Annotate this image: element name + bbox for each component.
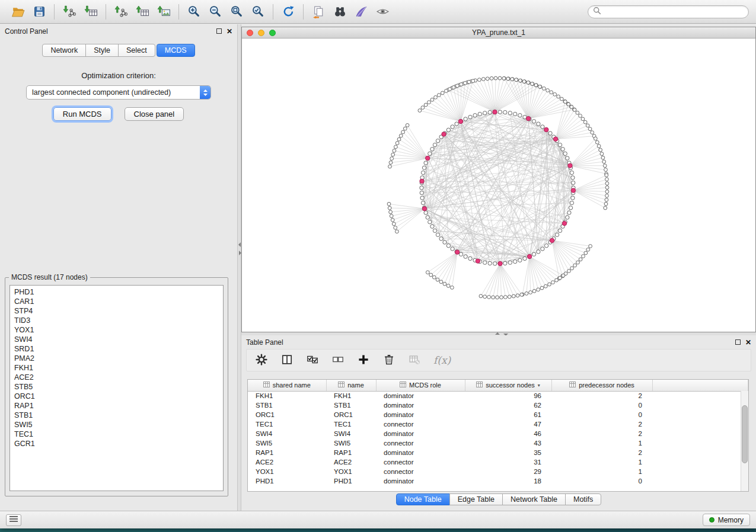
network-canvas[interactable] <box>242 39 755 332</box>
window-maximize-icon[interactable] <box>269 30 276 36</box>
tab-network[interactable]: Network <box>42 44 86 57</box>
table-row[interactable]: RAP1RAP1dominator352 <box>248 448 748 457</box>
collapse-up-icon[interactable] <box>495 330 500 335</box>
control-panel-header: Control Panel ✕ <box>0 24 237 37</box>
import-network-button[interactable] <box>59 2 80 21</box>
window-minimize-icon[interactable] <box>258 30 264 36</box>
search-input[interactable] <box>604 8 744 16</box>
result-node-item[interactable]: SWI5 <box>14 420 219 430</box>
zoom-in-button[interactable] <box>183 2 205 21</box>
column-label: predecessor nodes <box>579 382 634 389</box>
search-network-button[interactable] <box>329 2 350 21</box>
cell-role: dominator <box>376 476 465 486</box>
node-table[interactable]: shared name name MCDS role successor nod… <box>247 379 749 492</box>
result-node-item[interactable]: STP4 <box>14 306 219 316</box>
save-session-button[interactable] <box>28 2 50 21</box>
cell-filler <box>652 391 748 400</box>
panel-splitter-vertical[interactable] <box>237 24 241 511</box>
tab-mcds[interactable]: MCDS <box>157 44 195 57</box>
scrollbar-thumb[interactable] <box>742 405 748 463</box>
cell-shared-name: STB1 <box>248 400 326 410</box>
apply-style-button[interactable] <box>350 2 372 21</box>
column-header-shared-name[interactable]: shared name <box>248 380 326 391</box>
zoom-selected-button[interactable] <box>247 2 269 21</box>
close-mcds-panel-button[interactable]: Close panel <box>125 107 184 121</box>
cell-successors: 96 <box>465 391 551 400</box>
result-node-item[interactable]: SWI4 <box>14 335 219 344</box>
result-node-item[interactable]: STB5 <box>14 382 219 392</box>
window-close-icon[interactable] <box>247 30 253 36</box>
run-mcds-button[interactable]: Run MCDS <box>53 107 111 121</box>
control-panel: Control Panel ✕ NetworkStyleSelectMCDS O… <box>0 24 237 511</box>
result-node-item[interactable]: ORC1 <box>14 392 219 401</box>
memory-button[interactable]: Memory <box>703 514 750 526</box>
column-header-mcds-role[interactable]: MCDS role <box>376 380 465 391</box>
search-network-icon <box>333 5 347 18</box>
result-node-item[interactable]: TID3 <box>14 316 219 325</box>
tab-network-table[interactable]: Network Table <box>502 493 566 505</box>
import-table-button[interactable] <box>80 2 101 21</box>
tab-edge-table[interactable]: Edge Table <box>449 493 503 505</box>
show-graphics-details-icon <box>376 5 390 18</box>
open-file-button[interactable] <box>7 2 28 21</box>
table-row[interactable]: SWI5SWI5connector431 <box>248 438 748 448</box>
table-row[interactable]: YOX1YOX1connector291 <box>248 467 748 476</box>
cell-filler <box>652 467 748 476</box>
table-settings-button[interactable] <box>254 352 269 368</box>
result-node-item[interactable]: PHD1 <box>14 287 219 297</box>
export-network-button[interactable] <box>110 2 132 21</box>
result-node-item[interactable]: TEC1 <box>14 430 219 439</box>
result-node-item[interactable]: RAP1 <box>14 401 219 411</box>
result-node-item[interactable]: SRD1 <box>14 344 219 354</box>
search-box[interactable] <box>588 5 749 18</box>
tab-style[interactable]: Style <box>85 44 119 57</box>
function-builder-label[interactable]: f(x) <box>433 354 451 366</box>
column-header-name[interactable]: name <box>326 380 376 391</box>
delete-table-button[interactable] <box>407 352 422 368</box>
result-node-item[interactable]: YOX1 <box>14 325 219 335</box>
table-row[interactable]: PHD1PHD1dominator180 <box>248 476 748 486</box>
deselect-all-columns-button[interactable] <box>330 352 346 368</box>
network-window-titlebar[interactable]: YPA_prune.txt_1 <box>242 27 755 39</box>
search-icon <box>593 7 601 17</box>
result-node-item[interactable]: STB1 <box>14 411 219 420</box>
close-panel-icon[interactable]: ✕ <box>227 28 232 34</box>
tab-motifs[interactable]: Motifs <box>565 493 601 505</box>
result-node-item[interactable]: GCR1 <box>14 439 219 448</box>
zoom-out-button[interactable] <box>205 2 226 21</box>
result-node-item[interactable]: CAR1 <box>14 297 219 306</box>
tab-node-table[interactable]: Node Table <box>396 493 450 505</box>
close-table-panel-icon[interactable]: ✕ <box>745 339 751 345</box>
column-header-predecessor-nodes[interactable]: predecessor nodes <box>551 380 652 391</box>
create-column-button[interactable] <box>356 352 371 368</box>
collapse-left-icon[interactable] <box>236 242 241 247</box>
table-row[interactable]: TEC1TEC1connector472 <box>248 419 748 429</box>
mcds-result-list[interactable]: PHD1CAR1STP4TID3YOX1SWI4SRD1PMA2FKH1ACE2… <box>9 285 224 491</box>
criterion-dropdown[interactable]: largest connected component (undirected) <box>26 85 211 100</box>
show-graphics-details-button[interactable] <box>372 2 393 21</box>
table-row[interactable]: SWI4SWI4dominator462 <box>248 429 748 438</box>
delete-column-button[interactable] <box>381 352 397 368</box>
table-row[interactable]: FKH1FKH1dominator962 <box>248 391 748 400</box>
table-row[interactable]: ORC1ORC1dominator610 <box>248 410 748 419</box>
table-scrollbar[interactable] <box>741 391 748 491</box>
status-menu-button[interactable] <box>6 514 21 526</box>
export-table-button[interactable] <box>132 2 153 21</box>
float-window-icon[interactable] <box>216 28 222 34</box>
clone-network-button[interactable] <box>308 2 329 21</box>
optimization-criterion-label: Optimization criterion: <box>0 71 237 80</box>
table-row[interactable]: STB1STB1dominator620 <box>248 400 748 410</box>
select-all-columns-button[interactable] <box>305 352 320 368</box>
refresh-view-button[interactable] <box>277 2 299 21</box>
result-node-item[interactable]: FKH1 <box>14 363 219 373</box>
zoom-fit-button[interactable] <box>226 2 247 21</box>
tab-select[interactable]: Select <box>118 44 155 57</box>
float-table-panel-icon[interactable] <box>735 339 741 345</box>
result-node-item[interactable]: ACE2 <box>14 373 219 382</box>
result-node-item[interactable]: PMA2 <box>14 354 219 363</box>
show-columns-button[interactable] <box>279 352 295 368</box>
cell-name: STB1 <box>326 400 376 410</box>
export-image-button[interactable] <box>153 2 174 21</box>
column-header-successor-nodes[interactable]: successor nodes▾ <box>465 380 551 391</box>
table-row[interactable]: ACE2ACE2connector311 <box>248 457 748 467</box>
